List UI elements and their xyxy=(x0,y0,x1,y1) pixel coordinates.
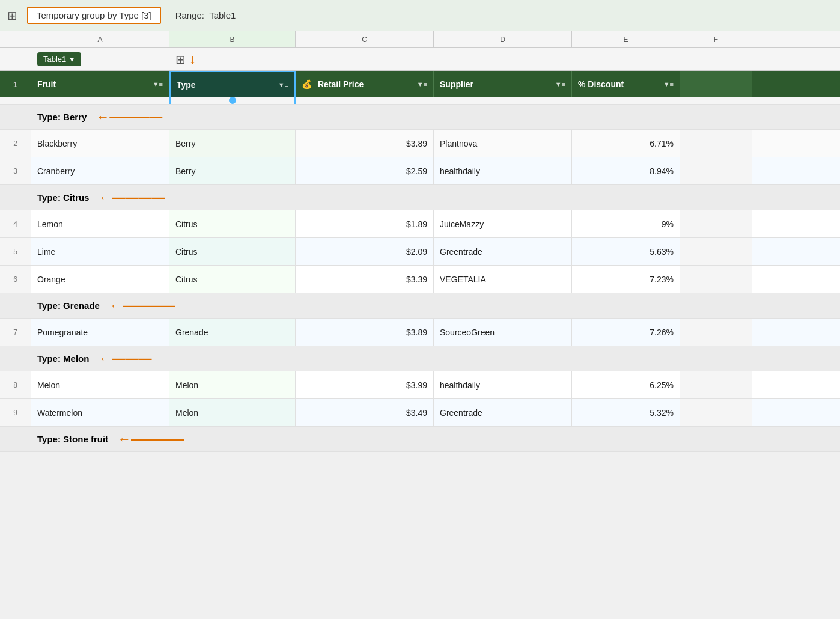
header-fruit[interactable]: Fruit ▼≡ xyxy=(31,71,169,97)
grid-icon: ⊞ xyxy=(175,52,186,67)
group-row-melon: Type: Melon ← ——— xyxy=(0,346,840,371)
table-name-label: Table1 xyxy=(43,55,66,64)
cell-discount-3: 8.94% xyxy=(572,157,680,184)
row-num-melon xyxy=(0,346,31,371)
col-header-c: C xyxy=(296,31,434,47)
row-num-8: 8 xyxy=(0,371,31,398)
arrow-right-melon: ← xyxy=(99,351,112,367)
cell-supplier-4: JuiceMazzy xyxy=(434,210,572,237)
header-supplier-label: Supplier xyxy=(440,79,473,89)
cell-discount-2: 6.71% xyxy=(572,130,680,157)
group-row-stone: Type: Stone fruit ← ———— xyxy=(0,427,840,452)
down-arrow-icon: ↓ xyxy=(189,52,196,67)
col-header-b: B xyxy=(169,31,296,47)
price-icon: 💰 xyxy=(302,79,312,89)
group-row-citrus: Type: Citrus ← ———— xyxy=(0,185,840,210)
filter-icon-price[interactable]: ▼≡ xyxy=(417,81,427,88)
blue-resize-dot[interactable] xyxy=(229,97,236,104)
cell-fruit-9: Watermelon xyxy=(31,399,169,426)
arrow-right-grenade: ← xyxy=(109,298,123,314)
table-name-button[interactable]: Table1 ▼ xyxy=(37,52,81,66)
header-retail-price-label: Retail Price xyxy=(318,79,364,89)
header-f-empty xyxy=(680,71,752,97)
filter-icon-fruit[interactable]: ▼≡ xyxy=(153,81,163,88)
arrow-shaft-melon: ——— xyxy=(112,351,151,367)
row-num-citrus xyxy=(0,185,31,210)
cell-f-2 xyxy=(680,130,752,157)
range-label: Range: Table1 xyxy=(175,10,236,20)
arrow-shaft-grenade: ———— xyxy=(123,298,175,314)
cell-price-3: $2.59 xyxy=(296,157,434,184)
cell-supplier-6: VEGETALIA xyxy=(434,266,572,293)
cell-supplier-5: Greentrade xyxy=(434,238,572,265)
arrow-right-berry: ← xyxy=(96,109,109,125)
cell-price-4: $1.89 xyxy=(296,210,434,237)
row-num-grenade xyxy=(0,293,31,318)
col-header-f: F xyxy=(680,31,752,47)
chevron-down-icon: ▼ xyxy=(68,56,75,63)
row-num-2: 2 xyxy=(0,130,31,157)
column-letter-headers: A B C D E F xyxy=(0,31,840,48)
cell-price-8: $3.99 xyxy=(296,371,434,398)
group-label-grenade: Type: Grenade xyxy=(37,300,100,311)
cell-f-8 xyxy=(680,371,752,398)
header-supplier[interactable]: Supplier ▼≡ xyxy=(434,71,572,97)
group-row-grenade: Type: Grenade ← ———— xyxy=(0,293,840,319)
row-num-5: 5 xyxy=(0,238,31,265)
cell-price-5: $2.09 xyxy=(296,238,434,265)
cell-type-6: Citrus xyxy=(169,266,296,293)
row-num-6: 6 xyxy=(0,266,31,293)
cell-fruit-8: Melon xyxy=(31,371,169,398)
cell-f-9 xyxy=(680,399,752,426)
group-label-box[interactable]: Temporary group by Type [3] xyxy=(27,7,161,24)
cell-supplier-3: healthdaily xyxy=(434,157,572,184)
header-discount[interactable]: % Discount ▼≡ xyxy=(572,71,680,97)
cell-type-3: Berry xyxy=(169,157,296,184)
filter-icon-type[interactable]: ▼≡ xyxy=(278,81,288,88)
cell-supplier-8: healthdaily xyxy=(434,371,572,398)
cell-fruit-7: Pomegranate xyxy=(31,319,169,346)
row-num-spacer xyxy=(0,31,31,47)
arrow-right-citrus: ← xyxy=(99,190,112,206)
cell-price-7: $3.89 xyxy=(296,319,434,346)
cell-type-2: Berry xyxy=(169,130,296,157)
col-header-a: A xyxy=(31,31,169,47)
cell-discount-4: 9% xyxy=(572,210,680,237)
spreadsheet-body: Type: Berry ← ———— 2 Blackberry Berry $3… xyxy=(0,105,840,452)
group-label-melon: Type: Melon xyxy=(37,353,89,364)
table-row: 4 Lemon Citrus $1.89 JuiceMazzy 9% xyxy=(0,210,840,238)
table-row: 2 Blackberry Berry $3.89 Plantnova 6.71% xyxy=(0,130,840,157)
cell-fruit-2: Blackberry xyxy=(31,130,169,157)
arrow-shaft-berry: ———— xyxy=(109,109,162,125)
cell-supplier-2: Plantnova xyxy=(434,130,572,157)
header-type[interactable]: Type ▼≡ xyxy=(169,71,296,97)
table-row: 7 Pomegranate Grenade $3.89 SourceoGreen… xyxy=(0,319,840,346)
cell-price-9: $3.49 xyxy=(296,399,434,426)
arrow-shaft-citrus: ———— xyxy=(112,190,165,206)
header-retail-price[interactable]: 💰 Retail Price ▼≡ xyxy=(296,71,434,97)
table-header-row: 1 Fruit ▼≡ Type ▼≡ 💰 Retail Price ▼≡ Sup… xyxy=(0,71,840,97)
row-num-3: 3 xyxy=(0,157,31,184)
col-header-e: E xyxy=(572,31,680,47)
filter-icon-discount[interactable]: ▼≡ xyxy=(663,81,674,88)
cell-discount-7: 7.26% xyxy=(572,319,680,346)
cell-fruit-6: Orange xyxy=(31,266,169,293)
cell-f-3 xyxy=(680,157,752,184)
cell-discount-5: 5.63% xyxy=(572,238,680,265)
cell-type-9: Melon xyxy=(169,399,296,426)
cell-f-5 xyxy=(680,238,752,265)
row-num-stone xyxy=(0,427,31,451)
table-row: 3 Cranberry Berry $2.59 healthdaily 8.94… xyxy=(0,157,840,185)
cell-supplier-7: SourceoGreen xyxy=(434,319,572,346)
cell-f-6 xyxy=(680,266,752,293)
cell-fruit-3: Cranberry xyxy=(31,157,169,184)
group-row-berry: Type: Berry ← ———— xyxy=(0,105,840,130)
header-discount-label: % Discount xyxy=(578,79,624,89)
cell-discount-8: 6.25% xyxy=(572,371,680,398)
cell-fruit-5: Lime xyxy=(31,238,169,265)
cell-supplier-9: Greentrade xyxy=(434,399,572,426)
filter-icon-supplier[interactable]: ▼≡ xyxy=(555,81,565,88)
row-num-4: 4 xyxy=(0,210,31,237)
cell-type-7: Grenade xyxy=(169,319,296,346)
cell-discount-6: 7.23% xyxy=(572,266,680,293)
